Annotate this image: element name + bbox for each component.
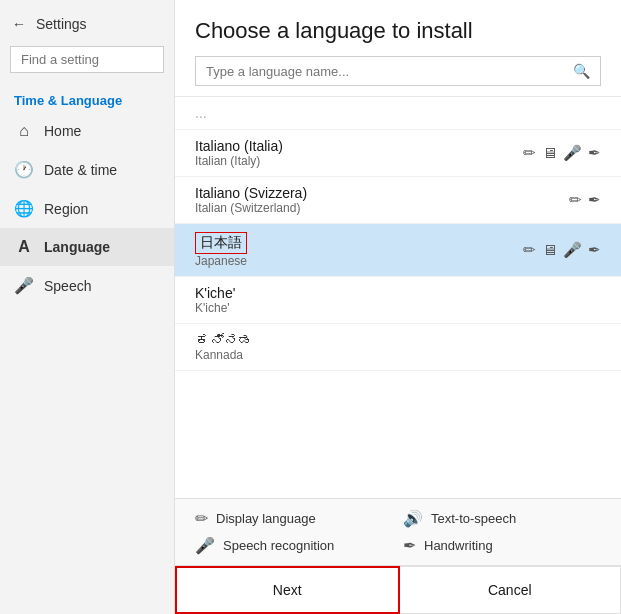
lang-subname: Italian (Italy) — [195, 154, 283, 168]
lang-name: Italiano (Svizzera) — [195, 185, 307, 201]
back-button[interactable]: ← Settings — [0, 8, 174, 40]
settings-label: Settings — [36, 16, 87, 32]
action-buttons: Next Cancel — [175, 565, 621, 614]
handwriting-icon: ✒ — [403, 536, 416, 555]
list-item[interactable]: K'iche' K'iche' — [175, 277, 621, 324]
handwriting-icon: ✏ — [523, 144, 536, 162]
find-setting-input[interactable] — [10, 46, 164, 73]
sidebar: ← Settings Time & Language ⌂ Home 🕐 Date… — [0, 0, 175, 614]
lang-subname: Kannada — [195, 348, 252, 362]
sidebar-item-date-time[interactable]: 🕐 Date & time — [0, 150, 174, 189]
display-icon: 🖥 — [542, 241, 557, 259]
sidebar-item-language-label: Language — [44, 239, 110, 255]
lang-feature-icons: ✏ ✒ — [569, 191, 601, 209]
lang-name: Italiano (Italia) — [195, 138, 283, 154]
text-to-speech-icon: 🔊 — [403, 509, 423, 528]
sidebar-item-region[interactable]: 🌐 Region — [0, 189, 174, 228]
sidebar-item-speech[interactable]: 🎤 Speech — [0, 266, 174, 305]
globe-icon: 🌐 — [14, 199, 34, 218]
feature-options: ✏ Display language 🔊 Text-to-speech 🎤 Sp… — [175, 498, 621, 565]
mic-icon: 🎤 — [563, 241, 582, 259]
lang-subname: K'iche' — [195, 301, 235, 315]
sidebar-item-region-label: Region — [44, 201, 88, 217]
lang-subname: Italian (Switzerland) — [195, 201, 307, 215]
handwriting-label: Handwriting — [424, 538, 493, 553]
language-search-input[interactable] — [206, 64, 565, 79]
cancel-button[interactable]: Cancel — [400, 566, 622, 614]
list-item-japanese[interactable]: 日本語 Japanese ✏ 🖥 🎤 ✒ — [175, 224, 621, 277]
pen-icon: ✒ — [588, 191, 601, 209]
home-icon: ⌂ — [14, 122, 34, 140]
text-to-speech-label: Text-to-speech — [431, 511, 516, 526]
sidebar-item-speech-label: Speech — [44, 278, 91, 294]
lang-name: 日本語 — [195, 232, 247, 254]
section-label: Time & Language — [0, 83, 174, 112]
speech-icon: 🎤 — [14, 276, 34, 295]
lang-info: K'iche' K'iche' — [195, 285, 235, 315]
list-item[interactable]: ಕನ್ನಡ Kannada — [175, 324, 621, 371]
handwriting-icon: ✏ — [523, 241, 536, 259]
next-button[interactable]: Next — [175, 566, 400, 614]
language-search-bar: 🔍 — [195, 56, 601, 86]
lang-info: Italiano (Italia) Italian (Italy) — [195, 138, 283, 168]
sidebar-item-date-label: Date & time — [44, 162, 117, 178]
list-item[interactable]: Italiano (Svizzera) Italian (Switzerland… — [175, 177, 621, 224]
clock-icon: 🕐 — [14, 160, 34, 179]
handwriting-option: ✒ Handwriting — [403, 536, 601, 555]
lang-name: ಕನ್ನಡ — [195, 332, 252, 348]
text-to-speech-option: 🔊 Text-to-speech — [403, 509, 601, 528]
lang-feature-icons: ✏ 🖥 🎤 ✒ — [523, 241, 601, 259]
handwriting-icon: ✏ — [569, 191, 582, 209]
pen-icon: ✒ — [588, 241, 601, 259]
language-icon: A — [14, 238, 34, 256]
sidebar-item-language[interactable]: A Language — [0, 228, 174, 266]
pen-icon: ✒ — [588, 144, 601, 162]
page-title: Choose a language to install — [175, 0, 621, 56]
main-panel: Choose a language to install 🔍 ... Itali… — [175, 0, 621, 614]
speech-recognition-option: 🎤 Speech recognition — [195, 536, 393, 555]
partial-item: ... — [175, 97, 621, 130]
back-arrow-icon: ← — [12, 16, 26, 32]
display-icon: 🖥 — [542, 144, 557, 162]
display-language-label: Display language — [216, 511, 316, 526]
list-item[interactable]: Italiano (Italia) Italian (Italy) ✏ 🖥 🎤 … — [175, 130, 621, 177]
speech-recognition-label: Speech recognition — [223, 538, 334, 553]
speech-recognition-icon: 🎤 — [195, 536, 215, 555]
lang-info: 日本語 Japanese — [195, 232, 247, 268]
language-list: ... Italiano (Italia) Italian (Italy) ✏ … — [175, 96, 621, 498]
lang-info: ಕನ್ನಡ Kannada — [195, 332, 252, 362]
display-language-option: ✏ Display language — [195, 509, 393, 528]
lang-info: Italiano (Svizzera) Italian (Switzerland… — [195, 185, 307, 215]
sidebar-search-container — [10, 46, 164, 73]
lang-name: K'iche' — [195, 285, 235, 301]
sidebar-item-home-label: Home — [44, 123, 81, 139]
search-icon: 🔍 — [573, 63, 590, 79]
lang-feature-icons: ✏ 🖥 🎤 ✒ — [523, 144, 601, 162]
sidebar-item-home[interactable]: ⌂ Home — [0, 112, 174, 150]
lang-subname: Japanese — [195, 254, 247, 268]
display-language-icon: ✏ — [195, 509, 208, 528]
mic-icon: 🎤 — [563, 144, 582, 162]
